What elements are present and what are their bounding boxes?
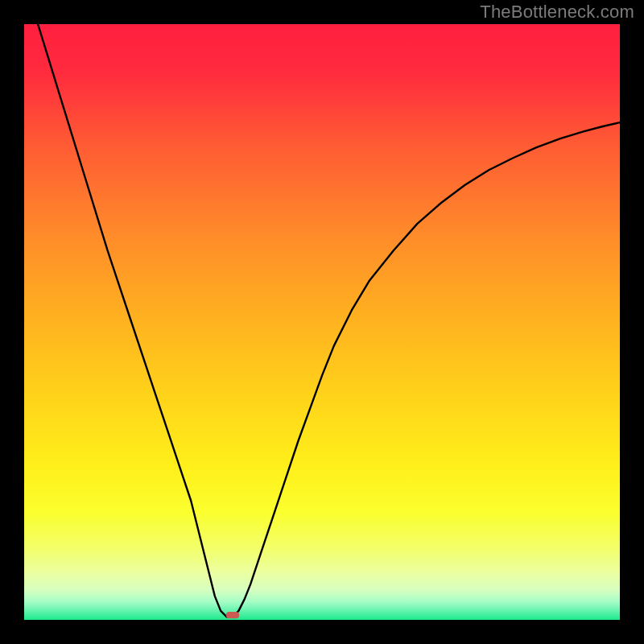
bottleneck-chart: [24, 24, 620, 620]
watermark-text: TheBottleneck.com: [480, 2, 634, 23]
gradient-background: [24, 24, 620, 620]
optimal-marker: [226, 612, 239, 618]
chart-frame: TheBottleneck.com: [0, 0, 644, 644]
